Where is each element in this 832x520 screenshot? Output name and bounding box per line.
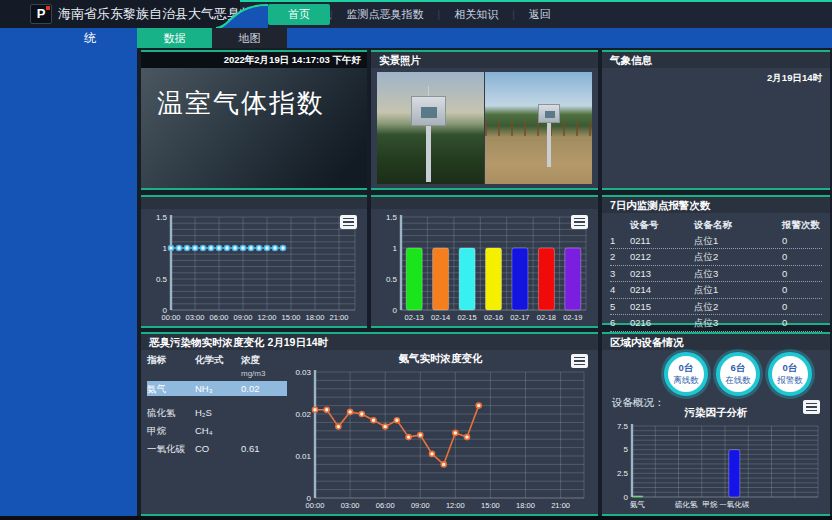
station-antenna [428, 86, 429, 96]
alarm-table: #设备号设备名称报警次数10211点位1020212点位2030213点位304… [602, 213, 830, 332]
alarm-table-row: 10211点位10 [610, 233, 822, 250]
device-stat-circle: 6台在线数 [716, 352, 760, 396]
svg-text:7.5: 7.5 [617, 422, 629, 431]
svg-text:甲烷: 甲烷 [703, 500, 719, 509]
datetime-bar: 2022年2月19日 14:17:03 下午好 [141, 52, 367, 68]
svg-text:09:00: 09:00 [411, 501, 430, 510]
svg-text:1.5: 1.5 [386, 213, 398, 222]
svg-text:06:00: 06:00 [376, 501, 395, 510]
daily-index-header [371, 197, 598, 209]
dashboard-screen: P 海南省乐东黎族自治县大气恶臭状况实时发布系 首页|监测点恶臭指数|相关知识|… [0, 0, 832, 520]
app-logo: P [30, 4, 52, 24]
svg-text:1: 1 [163, 244, 168, 253]
fence [485, 121, 592, 136]
greenhouse-index-headline: 温室气体指数 [141, 68, 367, 121]
svg-text:02-19: 02-19 [563, 313, 582, 322]
index-trend-panel: 00.511.500:0003:0006:0009:0012:0015:0018… [141, 195, 367, 328]
station-pole [547, 122, 551, 167]
photo-strip [377, 72, 592, 184]
svg-text:06:00: 06:00 [210, 313, 229, 322]
alarm-count-panel: 7日内监测点报警次数 #设备号设备名称报警次数10211点位1020212点位2… [602, 195, 830, 325]
left-sidebar [0, 48, 137, 520]
daily-index-chart: 00.511.502-1302-1402-1502-1602-1702-1802… [375, 211, 594, 323]
station-pole [426, 124, 431, 182]
station-screen [545, 111, 555, 118]
view-tabs: 数据地图 [137, 28, 287, 48]
sub-bar [0, 28, 832, 48]
svg-text:12:00: 12:00 [446, 501, 465, 510]
nav-item-2[interactable]: 监测点恶臭指数 [333, 4, 438, 24]
weather-timestamp: 2月19日14时 [602, 68, 830, 89]
pollutant-row[interactable]: 一氧化碳CO0.61 [147, 442, 287, 456]
ammonia-trend-chart: 00.010.020.0300:0003:0006:0009:0012:0015… [289, 366, 592, 511]
ammonia-chart-title: 氨气实时浓度变化 [289, 352, 592, 366]
pollution-factor-chart: 02.557.5氨气硫化氢甲烷一氧化碳 [606, 420, 826, 510]
svg-text:0: 0 [624, 493, 629, 502]
pollutant-title: 恶臭污染物实时浓度变化 2月19日14时 [141, 334, 598, 350]
weather-title: 气象信息 [602, 52, 830, 68]
svg-text:氨气: 氨气 [630, 500, 645, 509]
svg-text:0.5: 0.5 [156, 275, 168, 284]
svg-text:00:00: 00:00 [162, 313, 181, 322]
svg-text:0.5: 0.5 [386, 275, 398, 284]
nav-item-1[interactable]: 首页 [268, 4, 330, 25]
main-menu: 首页|监测点恶臭指数|相关知识|返回 [268, 0, 565, 28]
index-trend-header [141, 197, 367, 209]
nav-item-3[interactable]: 相关知识 [440, 4, 512, 24]
svg-text:0: 0 [393, 306, 398, 315]
greenhouse-index-body: 温室气体指数 [141, 68, 367, 188]
svg-text:21:00: 21:00 [330, 313, 349, 322]
alarm-table-row: 30213点位30 [610, 266, 822, 283]
chart-menu-icon[interactable] [803, 400, 820, 414]
chart-menu-icon[interactable] [340, 215, 357, 229]
tab-1[interactable]: 数据 [137, 28, 212, 48]
svg-text:02-17: 02-17 [510, 313, 529, 322]
pollutant-row[interactable]: 硫化氢H₂S [147, 406, 287, 420]
index-trend-chart: 00.511.500:0003:0006:0009:0012:0015:0018… [145, 211, 363, 323]
alarm-table-row: 60216点位30 [610, 315, 822, 332]
svg-text:18:00: 18:00 [306, 313, 325, 322]
pollution-factor-title: 污染因子分析 [602, 406, 830, 420]
device-stat-circle: 0台报警数 [768, 352, 812, 396]
col-indicator: 指标 [147, 354, 195, 378]
svg-text:1: 1 [393, 244, 398, 253]
bottom-strip [0, 516, 832, 520]
pollutant-row[interactable]: 甲烷CH₄ [147, 424, 287, 438]
svg-text:18:00: 18:00 [516, 501, 535, 510]
nav-item-4[interactable]: 返回 [515, 4, 565, 24]
station-screen [421, 107, 437, 118]
svg-text:硫化氢: 硫化氢 [675, 500, 698, 509]
live-photos-title: 实景照片 [371, 52, 598, 68]
daily-index-panel: 00.511.502-1302-1402-1502-1602-1702-1802… [371, 195, 598, 328]
pollutant-row[interactable]: 氨气NH₃0.02 [147, 381, 287, 396]
app-title-wrapped-char: 统 [84, 30, 96, 47]
ammonia-chart-wrap: 氨气实时浓度变化 00.010.020.0300:0003:0006:0009:… [289, 352, 592, 511]
svg-text:02-16: 02-16 [484, 313, 503, 322]
svg-text:一氧化碳: 一氧化碳 [719, 500, 750, 509]
col-formula: 化学式 [195, 354, 241, 378]
swoosh-decoration [216, 0, 268, 28]
alarm-count-title: 7日内监测点报警次数 [602, 197, 830, 213]
svg-text:03:00: 03:00 [186, 313, 205, 322]
alarm-table-row: 40214点位10 [610, 282, 822, 299]
tab-2[interactable]: 地图 [212, 28, 287, 48]
greenhouse-index-panel: 2022年2月19日 14:17:03 下午好 温室气体指数 [141, 50, 367, 190]
svg-text:0.02: 0.02 [295, 410, 311, 419]
pollutant-table: 指标 化学式 浓度mg/m3 氨气NH₃0.02硫化氢H₂S甲烷CH₄一氧化碳C… [147, 354, 287, 456]
svg-text:5: 5 [624, 445, 629, 454]
device-stat-circles: 0台离线数6台在线数0台报警数 [664, 352, 812, 396]
device-status-panel: 区域内设备情况 设备概况： 0台离线数6台在线数0台报警数 污染因子分析 02.… [602, 332, 830, 516]
weather-panel: 气象信息 2月19日14时 [602, 50, 830, 190]
chart-menu-icon[interactable] [571, 354, 588, 368]
logo-red-dot [46, 6, 50, 10]
svg-text:03:00: 03:00 [341, 501, 360, 510]
svg-text:1.5: 1.5 [156, 213, 168, 222]
svg-text:02-14: 02-14 [431, 313, 450, 322]
station-photo-day [485, 72, 592, 184]
chart-menu-icon[interactable] [571, 215, 588, 229]
col-concentration: 浓度mg/m3 [241, 354, 287, 378]
svg-text:09:00: 09:00 [234, 313, 253, 322]
device-status-title: 区域内设备情况 [602, 334, 830, 350]
station-photo-evening [377, 72, 484, 184]
device-stat-circle: 0台离线数 [664, 352, 708, 396]
